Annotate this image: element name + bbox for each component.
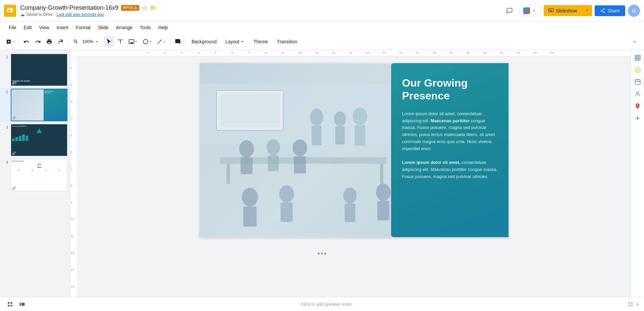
svg-rect-48 [8, 305, 9, 306]
redo-button[interactable] [33, 36, 43, 47]
folder-icon[interactable]: 📁 [150, 5, 157, 11]
teal-content-inner: Our Growing Presence Lorem ipsum dolor s… [391, 63, 508, 194]
svg-rect-11 [220, 94, 280, 127]
slide-thumb-4[interactable]: Our Focus on You ⛱ ● ● ● ● 🔗 [11, 159, 67, 191]
slide-number-3: 3 [3, 125, 8, 129]
user-avatar[interactable]: U [628, 5, 640, 17]
slide-thumb-1[interactable]: Townhall: Our Growth Story 🔗 [11, 54, 67, 86]
svg-rect-22 [240, 158, 253, 174]
svg-rect-15 [335, 126, 345, 144]
svg-point-14 [334, 112, 346, 126]
ruler-container: 1 2 3 4 5 6 7 8 9 10 11 12 13 14 15 16 1… [70, 50, 631, 297]
theme-button[interactable]: Theme [250, 38, 272, 46]
slide-number-4: 4 [3, 160, 8, 164]
bottom-left [5, 300, 27, 309]
expand-notes-button[interactable] [626, 300, 635, 309]
grid-view-button[interactable] [5, 300, 15, 309]
zoom-level: 100% [82, 39, 94, 44]
doc-title-row: Company-Growth-Presentation-16x9 PPTX ⚠ … [20, 4, 157, 12]
svg-point-29 [279, 185, 294, 203]
toolbar-left: 100% Backgr [4, 36, 301, 47]
sheets-sidebar-icon[interactable] [632, 52, 643, 63]
svg-rect-20 [380, 164, 383, 184]
add-slide-button[interactable] [4, 36, 17, 47]
textbox-button[interactable] [115, 36, 126, 47]
svg-rect-49 [11, 305, 12, 306]
slide-number-1: 1 [3, 55, 8, 59]
slide-thumb-3[interactable]: Our Growing Initiatives 🔗 [11, 124, 67, 156]
paint-format-button[interactable] [55, 36, 66, 47]
svg-point-23 [267, 139, 280, 155]
share-button[interactable]: Share [595, 5, 625, 16]
svg-point-27 [242, 188, 258, 207]
slide-item-3[interactable]: 3 Our Growing Initiatives [0, 123, 70, 158]
svg-rect-13 [312, 125, 322, 145]
pptx-badge: PPTX ⚠ [121, 5, 139, 11]
svg-point-31 [343, 187, 357, 204]
star-icon[interactable]: ☆ [142, 4, 147, 12]
slides-panel: 1 Townhall: Our Growth Story 🔗 [0, 50, 70, 297]
collapse-panel-chevron[interactable]: › [637, 301, 639, 308]
calendar-sidebar-icon[interactable] [632, 77, 643, 87]
doc-title-area: Company-Growth-Presentation-16x9 PPTX ⚠ … [20, 4, 157, 17]
slide-item-2[interactable]: 2 Our Growing Presence 🔗 [0, 87, 70, 123]
select-tool-button[interactable] [104, 36, 114, 47]
svg-point-12 [310, 109, 323, 126]
image-insert-button[interactable] [126, 36, 140, 47]
line-button[interactable] [155, 36, 168, 47]
svg-point-45 [636, 92, 639, 94]
zoom-control[interactable]: 100% [70, 36, 99, 47]
zoom-button[interactable] [70, 36, 81, 47]
add-sidebar-icon[interactable] [632, 113, 643, 124]
slide-link-icon-2: 🔗 [12, 116, 16, 120]
comment-button[interactable] [172, 36, 183, 47]
svg-rect-51 [22, 303, 25, 306]
slideshow-button-group: Slideshow [544, 5, 592, 16]
menu-edit[interactable]: Edit [20, 24, 35, 32]
menu-file[interactable]: File [5, 24, 20, 32]
bottombar: Click to add speaker notes › [0, 297, 644, 311]
slide-item-1[interactable]: 1 Townhall: Our Growth Story 🔗 [0, 52, 70, 87]
maps-sidebar-icon[interactable] [632, 101, 643, 112]
filmstrip-view-button[interactable] [17, 300, 27, 309]
print-button[interactable] [44, 36, 55, 47]
slide-canvas: Our Growing Presence Lorem ipsum dolor s… [200, 63, 508, 237]
svg-rect-46 [8, 302, 9, 304]
collapse-toolbar-button[interactable] [629, 36, 640, 47]
last-edit[interactable]: Last edit was seconds ago [57, 12, 104, 17]
content-area: 1 2 3 4 5 6 7 8 9 10 11 12 13 14 [70, 56, 631, 297]
background-button[interactable]: Background [187, 38, 221, 46]
menu-tools[interactable]: Tools [137, 24, 154, 32]
slide-thumb-2[interactable]: Our Growing Presence 🔗 [11, 89, 67, 121]
menu-slide[interactable]: Slide [95, 24, 112, 32]
layout-button[interactable]: Layout [221, 38, 249, 46]
menu-arrange[interactable]: Arrange [112, 24, 136, 32]
slide-item-4[interactable]: 4 Our Focus on You ⛱ ● ● ● ● [0, 158, 70, 192]
meet-button[interactable] [519, 5, 541, 16]
slide-title: Our Growing Presence [402, 77, 498, 102]
slide-background-overlay [200, 63, 407, 237]
svg-rect-19 [227, 164, 230, 184]
svg-rect-17 [355, 125, 365, 146]
shape-button[interactable] [141, 36, 154, 47]
saved-drive: ☁ Saved to Drive [20, 12, 53, 17]
canvas-area[interactable]: Our Growing Presence Lorem ipsum dolor s… [78, 56, 631, 297]
menu-view[interactable]: View [36, 24, 53, 32]
menu-format[interactable]: Format [72, 24, 94, 32]
svg-rect-35 [635, 55, 640, 60]
comments-icon-button[interactable] [503, 4, 516, 17]
transition-button[interactable]: Transition [273, 38, 301, 46]
slide-number-2: 2 [3, 90, 8, 94]
svg-rect-24 [268, 155, 279, 171]
menu-insert[interactable]: Insert [53, 24, 72, 32]
tasks-sidebar-icon[interactable] [632, 64, 643, 75]
v-ruler: 1 2 3 4 5 6 7 8 9 10 11 12 13 14 [70, 56, 78, 297]
slideshow-button[interactable]: Slideshow [544, 5, 582, 16]
menu-help[interactable]: Help [155, 24, 171, 32]
slideshow-dropdown[interactable] [582, 5, 592, 16]
contacts-sidebar-icon[interactable] [632, 89, 643, 99]
speaker-notes-area[interactable]: Click to add speaker notes [27, 302, 626, 307]
svg-point-6 [143, 39, 148, 44]
svg-rect-34 [377, 201, 389, 220]
undo-button[interactable] [21, 36, 32, 47]
